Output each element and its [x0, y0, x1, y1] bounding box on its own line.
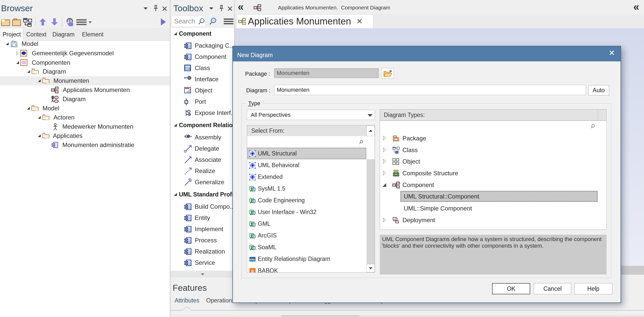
- svg-text:B: B: [251, 269, 254, 273]
- svg-text:ERD: ERD: [250, 258, 255, 261]
